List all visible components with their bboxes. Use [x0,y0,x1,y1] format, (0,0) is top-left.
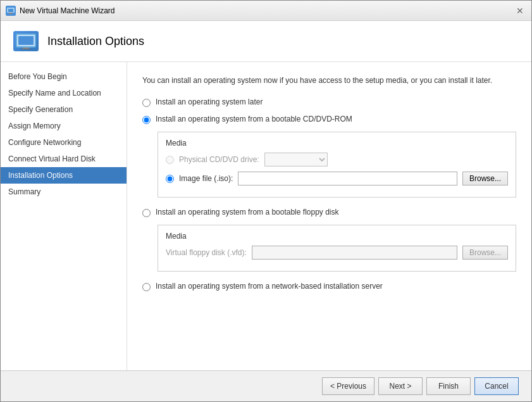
footer: < Previous Next > Finish Cancel [1,370,531,401]
intro-text: You can install an operating system now … [142,75,516,86]
dialog-title: New Virtual Machine Wizard [20,6,514,15]
sidebar-item-assign-memory[interactable]: Assign Memory [1,118,127,134]
close-button[interactable]: ✕ [514,4,526,17]
radio-install-floppy[interactable] [142,209,151,217]
floppy-section: Install an operating system from a boota… [142,208,516,272]
next-button[interactable]: Next > [378,377,423,395]
sidebar-item-specify-generation[interactable]: Specify Generation [1,101,127,118]
svg-rect-7 [21,49,31,49]
sidebar-item-configure-networking[interactable]: Configure Networking [1,134,127,151]
physical-drive-select[interactable] [264,153,328,166]
svg-rect-2 [9,13,13,14]
radio-install-later[interactable] [142,99,151,107]
label-image-file: Image file (.iso): [179,174,233,183]
dialog-icon [6,6,16,16]
sidebar: Before You Begin Specify Name and Locati… [1,62,127,370]
page-title: Installation Options [47,35,144,48]
label-install-later: Install an operating system later [156,97,263,106]
label-install-network: Install an operating system from a netwo… [156,282,383,291]
svg-rect-1 [8,9,13,12]
sidebar-item-connect-vhd[interactable]: Connect Virtual Hard Disk [1,151,127,167]
floppy-browse-button[interactable]: Browse... [462,246,508,260]
radio-image-file[interactable] [166,175,174,183]
dialog-window: New Virtual Machine Wizard ✕ Installatio… [0,0,532,402]
header: Installation Options [1,21,531,62]
vfd-row: Virtual floppy disk (.vfd): Browse... [166,246,508,260]
header-icon [13,31,39,51]
label-physical-drive: Physical CD/DVD drive: [179,155,259,164]
cancel-button[interactable]: Cancel [474,377,519,395]
option-install-floppy: Install an operating system from a boota… [142,208,516,217]
radio-physical-drive[interactable] [166,156,174,164]
option-install-cdrom: Install an operating system from a boota… [142,115,516,124]
radio-install-network[interactable] [142,283,151,291]
sidebar-item-installation-options[interactable]: Installation Options [1,167,127,184]
option-install-later: Install an operating system later [142,97,516,107]
floppy-media-title: Media [166,232,508,241]
label-install-floppy: Install an operating system from a boota… [156,208,339,217]
sidebar-item-before-you-begin[interactable]: Before You Begin [1,68,127,85]
image-file-row: Image file (.iso): Browse... [166,172,508,185]
label-vfd: Virtual floppy disk (.vfd): [166,248,247,257]
content-area: You can install an operating system now … [127,62,531,370]
main-content: Before You Begin Specify Name and Locati… [1,62,531,370]
floppy-media-group: Media Virtual floppy disk (.vfd): Browse… [158,225,516,272]
finish-button[interactable]: Finish [426,377,471,395]
image-file-input[interactable] [238,172,457,185]
physical-drive-row: Physical CD/DVD drive: [166,153,508,166]
vfd-input[interactable] [252,246,457,260]
radio-install-cdrom[interactable] [142,116,151,124]
image-browse-button[interactable]: Browse... [462,172,508,185]
label-install-cdrom: Install an operating system from a boota… [156,115,352,123]
cdrom-media-group: Media Physical CD/DVD drive: Image file … [158,132,516,198]
previous-button[interactable]: < Previous [322,377,374,395]
svg-rect-5 [18,36,34,45]
media-group-title: Media [166,139,508,148]
sidebar-item-summary[interactable]: Summary [1,184,127,200]
option-install-network: Install an operating system from a netwo… [142,282,516,291]
title-bar: New Virtual Machine Wizard ✕ [1,1,531,21]
sidebar-item-specify-name[interactable]: Specify Name and Location [1,85,127,101]
